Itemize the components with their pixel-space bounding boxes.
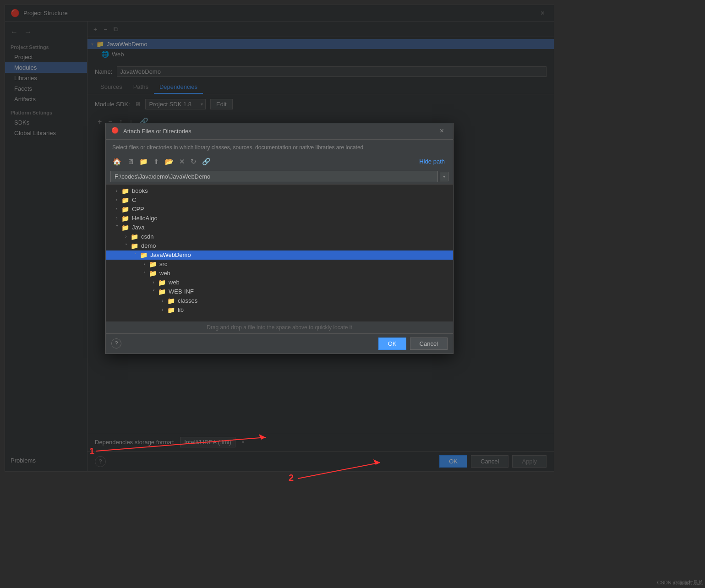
chevron-icon: ˅ xyxy=(150,289,157,294)
chevron-icon: ˅ xyxy=(122,243,130,248)
dialog-help-button[interactable]: ? xyxy=(111,338,121,348)
tree-node-java[interactable]: ˅ 📁 Java xyxy=(106,223,453,232)
folder-icon: 📁 xyxy=(121,187,129,195)
create-folder-button[interactable]: 📁 xyxy=(137,156,150,167)
folder-icon: 📁 xyxy=(158,288,166,295)
path-dropdown-icon[interactable]: ▾ xyxy=(440,172,448,181)
folder-icon: 📁 xyxy=(149,270,157,277)
tree-node-web2[interactable]: › 📁 web xyxy=(106,278,453,287)
delete-button[interactable]: ✕ xyxy=(177,156,187,167)
tree-node-src[interactable]: › 📁 src xyxy=(106,260,453,269)
file-tree[interactable]: › 📁 books › 📁 C › 📁 CPP › 📁 HelloAlgo xyxy=(106,184,453,321)
chevron-icon: › xyxy=(113,207,120,212)
chevron-icon: › xyxy=(113,197,120,202)
tree-node-csdn[interactable]: › 📁 csdn xyxy=(106,232,453,241)
dialog-title-bar: 🔴 Attach Files or Directories × xyxy=(106,123,453,140)
home-button[interactable]: 🏠 xyxy=(110,156,124,167)
folder-icon: 📁 xyxy=(167,297,175,305)
tree-node-demo[interactable]: ˅ 📁 demo xyxy=(106,241,453,250)
folder-icon: 📁 xyxy=(121,206,129,213)
chevron-icon: ˅ xyxy=(113,225,120,230)
dialog-cancel-button[interactable]: Cancel xyxy=(410,338,448,350)
hide-path-link[interactable]: Hide path xyxy=(415,157,448,166)
dialog-toolbar: 🏠 🖥 📁 ⬆ 📂 ✕ ↻ 🔗 Hide path xyxy=(106,154,453,169)
chevron-icon: › xyxy=(159,307,166,312)
chevron-icon: ˅ xyxy=(141,271,148,276)
tree-node-helloalgo[interactable]: › 📁 HelloAlgo xyxy=(106,214,453,223)
dialog-toolbar-left: 🏠 🖥 📁 ⬆ 📂 ✕ ↻ 🔗 xyxy=(110,156,213,167)
folder-icon: 📁 xyxy=(149,261,157,268)
dialog-app-icon: 🔴 xyxy=(111,127,120,135)
chevron-icon: ˅ xyxy=(131,252,139,257)
chevron-icon: › xyxy=(141,261,148,267)
tree-node-javawebdemo[interactable]: ˅ 📁 JavaWebDemo xyxy=(106,250,453,260)
folder-icon: 📁 xyxy=(131,242,138,250)
folder-icon: 📁 xyxy=(121,215,129,222)
folder-icon: 📁 xyxy=(140,251,148,259)
dialog-path-row: ▾ xyxy=(106,169,453,184)
tree-node-web-parent[interactable]: ˅ 📁 web xyxy=(106,269,453,278)
dialog-overlay: 🔴 Attach Files or Directories × Select f… xyxy=(5,5,554,472)
watermark: CSDN @猫猫村晨总 xyxy=(657,579,703,586)
tree-node-lib[interactable]: › 📁 lib xyxy=(106,305,453,315)
dialog-actions: OK Cancel xyxy=(378,338,448,350)
attach-dialog: 🔴 Attach Files or Directories × Select f… xyxy=(105,123,454,354)
dialog-close-button[interactable]: × xyxy=(436,125,448,137)
tree-node-classes[interactable]: › 📁 classes xyxy=(106,296,453,305)
chevron-icon: › xyxy=(113,188,120,193)
tree-node-cpp[interactable]: › 📁 CPP xyxy=(106,205,453,214)
link-button2[interactable]: 🔗 xyxy=(200,156,213,167)
chevron-icon: › xyxy=(159,298,166,303)
new-folder-button[interactable]: 📂 xyxy=(163,156,176,167)
chevron-icon: › xyxy=(150,280,157,285)
dialog-bottom: ? OK Cancel xyxy=(106,333,453,354)
drag-hint: Drag and drop a file into the space abov… xyxy=(106,321,453,333)
chevron-icon: › xyxy=(122,234,130,239)
desktop-button[interactable]: 🖥 xyxy=(125,156,136,167)
folder-icon: 📁 xyxy=(158,279,166,286)
tree-node-c[interactable]: › 📁 C xyxy=(106,196,453,205)
tree-node-books[interactable]: › 📁 books xyxy=(106,186,453,196)
annotation-2: 2 xyxy=(289,473,294,483)
dialog-title: Attach Files or Directories xyxy=(123,128,436,135)
tree-node-webinf[interactable]: ˅ 📁 WEB-INF xyxy=(106,287,453,296)
folder-icon: 📁 xyxy=(121,196,129,204)
path-input[interactable] xyxy=(110,171,438,182)
folder-icon: 📁 xyxy=(121,224,129,231)
dialog-ok-button[interactable]: OK xyxy=(378,338,406,350)
chevron-icon: › xyxy=(113,216,120,221)
folder-icon: 📁 xyxy=(167,306,175,314)
folder-icon: 📁 xyxy=(131,233,138,240)
folder-up-button[interactable]: ⬆ xyxy=(151,156,162,167)
dialog-subtitle: Select files or directories in which lib… xyxy=(106,140,453,154)
refresh-button[interactable]: ↻ xyxy=(188,156,199,167)
